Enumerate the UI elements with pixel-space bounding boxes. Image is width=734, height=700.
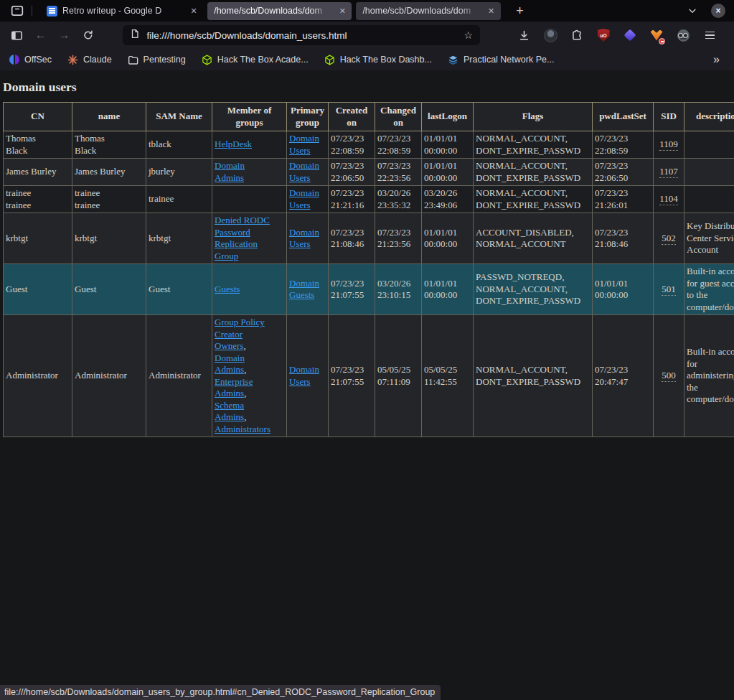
tab-google-docs[interactable]: Retro writeup - Google D × (40, 2, 203, 20)
group-link[interactable]: HelpDesk (215, 139, 252, 149)
list-tabs-chevron-icon[interactable] (684, 2, 701, 19)
column-header: Created on (329, 103, 375, 131)
cell-sid: 500 (654, 315, 684, 437)
url-text[interactable]: file:///home/scb/Downloads/domain_users.… (146, 30, 458, 41)
column-header: SAM Name (146, 103, 212, 131)
menu-icon[interactable] (700, 26, 719, 45)
tab-domain-users-active[interactable]: /home/scb/Downloads/dom × (207, 2, 352, 20)
group-link[interactable]: Schema Admins (215, 400, 244, 423)
cell-description (684, 159, 734, 186)
cell-last_logon: 01/01/01 00:00:00 (422, 213, 474, 264)
reload-icon[interactable] (78, 25, 98, 45)
sid-value: 1104 (659, 193, 678, 205)
status-tooltip: file:///home/scb/Downloads/domain_users_… (0, 685, 441, 700)
bookmark-star-icon[interactable]: ☆ (464, 29, 473, 41)
cell-pwd_last_set: 07/23/23 22:08:59 (593, 131, 654, 159)
ublock-shield-icon[interactable]: uO (594, 26, 613, 45)
folder-icon (128, 54, 139, 65)
tab-domain-users-2[interactable]: /home/scb/Downloads/dom × (356, 2, 500, 20)
group-link[interactable]: Enterprise Admins (215, 376, 253, 399)
close-icon[interactable]: × (191, 6, 197, 16)
column-header: pwdLastSet (593, 103, 654, 131)
new-tab-button[interactable]: + (512, 4, 529, 19)
offsec-icon (9, 54, 20, 65)
bookmark-pentesting-folder[interactable]: Pentesting (128, 54, 186, 65)
sid-value: 1107 (659, 166, 678, 178)
group-link[interactable]: Domain Admins (215, 160, 245, 183)
bookmark-label: Practical Network Pe... (464, 55, 554, 65)
cell-groups: HelpDesk (212, 131, 287, 159)
download-icon[interactable] (514, 26, 533, 45)
foxyproxy-icon[interactable] (647, 26, 666, 45)
extension-diamond-icon[interactable] (621, 26, 639, 45)
navigation-toolbar: ← → file:///home/scb/Downloads/domain_us… (0, 22, 734, 49)
bookmark-label: Hack The Box Dashb... (340, 55, 432, 65)
cell-created: 07/23/23 21:08:46 (329, 213, 375, 264)
close-icon[interactable]: × (488, 6, 494, 16)
cell-last_logon: 01/01/01 00:00:00 (422, 131, 474, 159)
column-header: CN (4, 103, 72, 131)
cell-changed: 07/23/23 22:08:59 (375, 131, 422, 159)
close-icon[interactable]: × (339, 6, 345, 16)
column-header: name (72, 103, 146, 131)
cell-changed: 07/23/23 21:23:56 (375, 213, 422, 264)
group-link[interactable]: Domain Admins (215, 353, 245, 375)
column-header: Member of groups (212, 103, 287, 131)
column-header: lastLogon (422, 103, 474, 131)
primary-group-link[interactable]: Domain Users (289, 160, 319, 183)
sid-value: 501 (662, 284, 676, 296)
primary-group-link[interactable]: Domain Users (289, 133, 319, 156)
forward-icon[interactable]: → (55, 25, 75, 45)
primary-group-link[interactable]: Domain Guests (289, 278, 319, 301)
cell-name: krbtgt (72, 213, 146, 264)
tab-separator (32, 6, 32, 17)
cell-description (684, 131, 734, 159)
group-link[interactable]: Denied RODC Password Replication Group (215, 215, 270, 261)
sidebar-toggle-icon[interactable] (7, 25, 27, 45)
cell-description (684, 186, 734, 213)
claude-icon (67, 54, 79, 65)
primary-group-link[interactable]: Domain Users (289, 364, 319, 387)
firefox-view-icon[interactable] (10, 4, 24, 18)
column-header: Flags (474, 103, 593, 131)
primary-group-link[interactable]: Domain Users (289, 187, 319, 210)
group-link[interactable]: Group Policy Creator Owners (215, 317, 265, 351)
bookmark-htb-academy[interactable]: Hack The Box Acade... (202, 54, 309, 65)
toolbar-right-icons: uO (514, 26, 727, 45)
column-header: Primary group (287, 103, 329, 131)
bookmark-offsec[interactable]: OffSec (9, 54, 52, 65)
cell-description: Built-in account for administering the c… (684, 315, 734, 437)
group-link[interactable]: Administrators (215, 424, 270, 434)
account-avatar[interactable] (541, 26, 560, 45)
cell-created: 07/23/23 22:06:50 (329, 159, 375, 186)
cell-primary: Domain Users (287, 213, 329, 264)
cell-groups: Denied RODC Password Replication Group (212, 213, 287, 264)
url-bar[interactable]: file:///home/scb/Downloads/domain_users.… (123, 25, 480, 45)
cell-sid: 1109 (654, 131, 684, 159)
cell-cn: krbtgt (4, 213, 72, 264)
bookmark-htb-dashboard[interactable]: Hack The Box Dashb... (324, 54, 432, 65)
group-link[interactable]: Guests (215, 284, 240, 294)
extensions-puzzle-icon[interactable] (568, 26, 586, 45)
primary-group-link[interactable]: Domain Users (289, 227, 319, 250)
window-close-button[interactable]: × (711, 4, 725, 18)
cell-sam: tblack (146, 131, 212, 159)
cell-flags: NORMAL_ACCOUNT, DONT_EXPIRE_PASSWD (474, 131, 593, 159)
back-icon[interactable]: ← (31, 25, 51, 45)
cell-cn: trainee trainee (4, 186, 72, 213)
cell-sid: 1104 (654, 186, 684, 213)
bookmark-claude[interactable]: Claude (67, 54, 112, 65)
cell-pwd_last_set: 07/23/23 22:06:50 (593, 159, 654, 186)
cell-sam: krbtgt (146, 213, 212, 264)
table-row: GuestGuestGuestGuestsDomain Guests07/23/… (4, 264, 734, 315)
cell-created: 07/23/23 22:08:59 (329, 131, 375, 159)
cell-name: Thomas Black (72, 131, 146, 159)
bookmark-label: Hack The Box Acade... (217, 55, 309, 65)
table-row: krbtgtkrbtgtkrbtgtDenied RODC Password R… (4, 213, 734, 264)
bookmark-practical-network[interactable]: Practical Network Pe... (448, 54, 554, 65)
page-title: Domain users (3, 80, 734, 95)
bookmarks-overflow-chevron[interactable]: » (713, 53, 725, 66)
cell-primary: Domain Guests (287, 264, 329, 315)
disguise-face-icon[interactable] (674, 26, 692, 45)
cell-pwd_last_set: 07/23/23 21:26:01 (593, 186, 654, 213)
